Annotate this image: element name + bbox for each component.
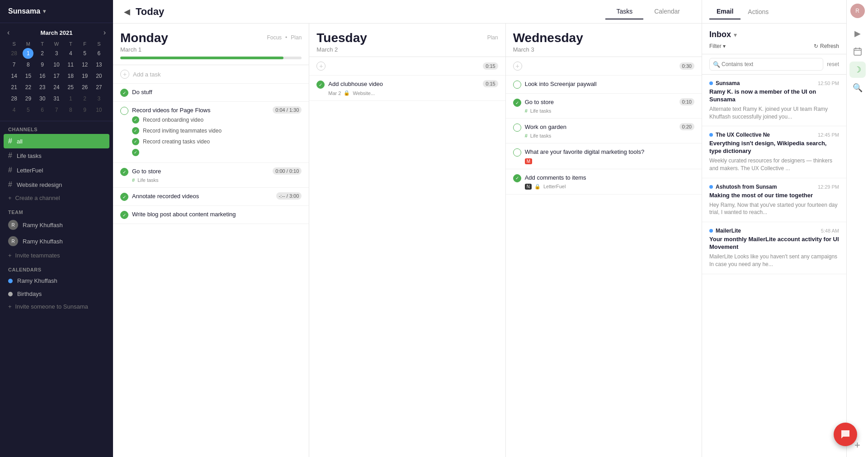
cal-day[interactable]: 8 bbox=[23, 59, 33, 70]
search-icon-button[interactable]: 🔍 bbox=[849, 80, 866, 96]
inbox-email-item[interactable]: Ashutosh from Sunsam 12:29 PM Making the… bbox=[702, 178, 846, 222]
task-check[interactable]: ✓ bbox=[120, 89, 128, 97]
add-task-button[interactable]: + 0:30 bbox=[506, 57, 702, 76]
task-card[interactable]: ✓ Do stuff bbox=[113, 84, 309, 102]
cal-day[interactable]: 2 bbox=[37, 48, 48, 59]
task-check[interactable] bbox=[513, 124, 521, 132]
inbox-filter-button[interactable]: Filter ▾ bbox=[709, 43, 726, 49]
tab-tasks[interactable]: Tasks bbox=[605, 4, 643, 19]
invite-sunsama-button[interactable]: + Invite someone to Sunsama bbox=[0, 300, 113, 313]
sidebar-item-website-redesign[interactable]: # Website redesign bbox=[0, 177, 113, 192]
calendar-item-birthdays[interactable]: Birthdays bbox=[0, 287, 113, 300]
task-card[interactable]: Record videos for Page Flows 0:04 / 1:30… bbox=[113, 102, 309, 163]
cal-day[interactable]: 22 bbox=[23, 82, 33, 93]
cal-day[interactable]: 4 bbox=[65, 48, 76, 59]
cal-day[interactable]: 11 bbox=[65, 59, 76, 70]
sidebar-item-all[interactable]: # all bbox=[4, 134, 109, 148]
cal-day[interactable]: 27 bbox=[94, 82, 104, 93]
cal-day-today[interactable]: 1 bbox=[23, 48, 33, 59]
collapse-sidebar-button[interactable]: ◀ bbox=[124, 7, 130, 17]
moon-icon-button[interactable]: ☽ bbox=[849, 62, 866, 78]
cal-day[interactable]: 25 bbox=[65, 82, 76, 93]
invite-teammates-button[interactable]: + Invite teammates bbox=[0, 249, 113, 262]
cal-day[interactable]: 18 bbox=[65, 71, 76, 81]
cal-day[interactable]: 7 bbox=[51, 105, 62, 115]
cal-day[interactable]: 6 bbox=[94, 48, 104, 59]
cal-day[interactable]: 14 bbox=[9, 71, 19, 81]
sidebar-item-life-tasks[interactable]: # Life tasks bbox=[0, 148, 113, 163]
task-card[interactable]: ✓ Go to store 0:10 # Life tasks bbox=[506, 94, 702, 119]
tab-actions[interactable]: Actions bbox=[741, 5, 776, 19]
cal-day[interactable]: 4 bbox=[9, 105, 19, 115]
task-check[interactable]: ✓ bbox=[316, 81, 325, 89]
task-card[interactable]: ✓ Go to store 0:00 / 0:10 # Life tasks bbox=[113, 163, 309, 188]
app-logo[interactable]: Sunsama ▾ bbox=[0, 0, 113, 23]
cal-day[interactable]: 12 bbox=[80, 59, 90, 70]
cal-day[interactable]: 30 bbox=[37, 93, 48, 104]
inbox-refresh-button[interactable]: ↻ Refresh bbox=[814, 43, 839, 49]
next-month-button[interactable]: › bbox=[104, 29, 106, 37]
cal-day[interactable]: 10 bbox=[51, 59, 62, 70]
cal-day[interactable]: 13 bbox=[94, 59, 104, 70]
chat-fab-button[interactable] bbox=[834, 423, 857, 446]
task-card[interactable]: ✓ Write blog post about content marketin… bbox=[113, 206, 309, 224]
cal-day[interactable]: 8 bbox=[65, 105, 76, 115]
cal-day[interactable]: 26 bbox=[80, 82, 90, 93]
cal-day[interactable]: 19 bbox=[80, 71, 90, 81]
create-channel-button[interactable]: + Create a channel bbox=[0, 192, 113, 204]
tab-calendar[interactable]: Calendar bbox=[643, 4, 691, 19]
cal-day[interactable]: 28 bbox=[9, 93, 19, 104]
calendar-icon-button[interactable] bbox=[849, 43, 866, 60]
cal-day[interactable]: 3 bbox=[51, 48, 62, 59]
cal-day[interactable]: 16 bbox=[37, 71, 48, 81]
cal-day[interactable]: 31 bbox=[51, 93, 62, 104]
cal-day[interactable]: 24 bbox=[51, 82, 62, 93]
task-card[interactable]: ✓ Add comments to items N 🔒 LetterFuel bbox=[506, 169, 702, 195]
task-check[interactable]: ✓ bbox=[513, 174, 521, 182]
cal-day[interactable]: 3 bbox=[94, 93, 104, 104]
inbox-email-item[interactable]: The UX Collective Ne 12:45 PM Everything… bbox=[702, 126, 846, 178]
cal-day[interactable]: 17 bbox=[51, 71, 62, 81]
cal-day[interactable]: 29 bbox=[23, 93, 33, 104]
cal-day[interactable]: 9 bbox=[37, 59, 48, 70]
task-check[interactable]: ✓ bbox=[120, 211, 128, 219]
cal-day[interactable]: 5 bbox=[23, 105, 33, 115]
cal-day[interactable]: 10 bbox=[94, 105, 104, 115]
inbox-reset-button[interactable]: reset bbox=[827, 61, 839, 67]
team-member-item[interactable]: R Ramy Khuffash bbox=[0, 217, 113, 233]
expand-button[interactable]: ▶ bbox=[849, 25, 866, 42]
task-check[interactable] bbox=[120, 107, 128, 115]
task-card[interactable]: ✓ Add clubhouse video 0:15 Mar 2 🔒 Websi… bbox=[309, 76, 505, 101]
sidebar-item-letterfuel[interactable]: # LetterFuel bbox=[0, 163, 113, 177]
cal-day[interactable]: 2 bbox=[80, 93, 90, 104]
inbox-chevron[interactable]: ▾ bbox=[734, 31, 737, 38]
inbox-email-item[interactable]: Sunsama 12:50 PM Ramy K. is now a member… bbox=[702, 75, 846, 126]
task-check[interactable]: ✓ bbox=[120, 168, 128, 176]
inbox-email-item[interactable]: MailerLite 5:48 AM Your monthly MailerLi… bbox=[702, 222, 846, 274]
prev-month-button[interactable]: ‹ bbox=[7, 29, 9, 37]
task-check[interactable]: ✓ bbox=[120, 193, 128, 201]
cal-day[interactable]: 20 bbox=[94, 71, 104, 81]
add-task-button[interactable]: + Add a task bbox=[113, 65, 309, 84]
plan-button[interactable]: Plan bbox=[291, 34, 302, 41]
user-avatar[interactable]: R bbox=[850, 4, 865, 18]
team-member-item-2[interactable]: R Ramy Khuffash bbox=[0, 233, 113, 249]
add-task-button[interactable]: + 0:15 bbox=[309, 57, 505, 76]
focus-button[interactable]: Focus bbox=[267, 34, 282, 41]
cal-day[interactable]: 9 bbox=[80, 105, 90, 115]
cal-day[interactable]: 6 bbox=[37, 105, 48, 115]
plan-button[interactable]: Plan bbox=[487, 34, 498, 41]
cal-day[interactable]: 5 bbox=[80, 48, 90, 59]
cal-day[interactable]: 21 bbox=[9, 82, 19, 93]
task-card[interactable]: What are your favorite digital marketing… bbox=[506, 143, 702, 169]
cal-day[interactable]: 28 bbox=[9, 48, 19, 59]
task-card[interactable]: Look into Screenjar paywall bbox=[506, 76, 702, 94]
task-check[interactable] bbox=[513, 81, 521, 89]
cal-day[interactable]: 7 bbox=[9, 59, 19, 70]
cal-day[interactable]: 23 bbox=[37, 82, 48, 93]
task-check[interactable]: ✓ bbox=[513, 99, 521, 107]
task-check[interactable] bbox=[513, 148, 521, 157]
task-card[interactable]: ✓ Annotate recorded videos -:-- / 3:00 bbox=[113, 188, 309, 206]
calendar-item-ramy[interactable]: Ramy Khuffash bbox=[0, 274, 113, 287]
cal-day[interactable]: 1 bbox=[65, 93, 76, 104]
